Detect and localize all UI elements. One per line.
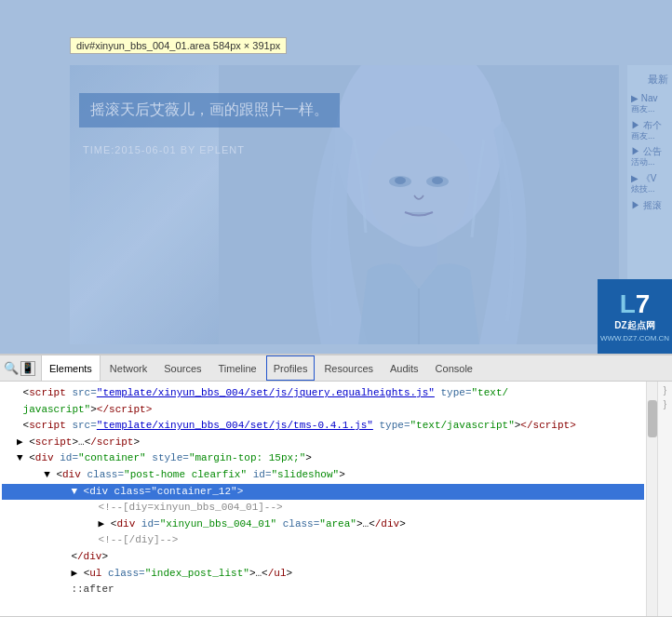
code-line-7-selected[interactable]: ▼ <div class="container_12"> [2, 484, 644, 501]
tab-console[interactable]: Console [428, 355, 480, 381]
tab-profiles[interactable]: Profiles [266, 355, 316, 381]
mobile-icon[interactable]: 📱 [20, 361, 35, 376]
tab-elements[interactable]: Elements [41, 355, 101, 381]
search-icon[interactable]: 🔍 [4, 361, 19, 376]
code-line-2: javascript"></script> [2, 402, 644, 419]
sidebar-item-1: ▶ Nav 画友... [631, 92, 668, 115]
code-line-5: ▼ <div id="container" style="margin-top:… [2, 450, 644, 467]
code-line-3: <script src="template/xinyun_bbs_004/set… [2, 418, 644, 435]
tooltip-selector: div#xinyun_bbs_004_01.area [76, 40, 210, 51]
code-line-10: <!--[/diy]--> [2, 532, 644, 549]
tab-timeline[interactable]: Timeline [211, 355, 264, 381]
dz7-brand: DZ起点网 [614, 319, 654, 332]
sidebar-item-2: ▶ 布个 画友... [631, 119, 668, 142]
code-line-6: ▼ <div class="post-home clearfix" id="sl… [2, 467, 644, 484]
right-bracket-panel: } } [657, 382, 672, 616]
preview-content: 摇滚天后艾薇儿，画的跟照片一样。 TIME:2015-06-01 BY EPLE… [70, 65, 619, 344]
dz7-url: WWW.DZ7.COM.CN [600, 334, 669, 342]
svg-point-3 [368, 126, 470, 247]
code-line-11: </div> [2, 549, 644, 566]
date-author: TIME:2015-06-01 BY EPLENT [83, 144, 245, 155]
tab-audits[interactable]: Audits [383, 355, 426, 381]
code-line-13: ::after [2, 582, 644, 598]
devtools-scrollbar[interactable] [646, 382, 657, 616]
svg-point-7 [432, 177, 443, 184]
devtools-toolbar: 🔍 📱 Elements Network Sources Timeline Pr… [0, 355, 672, 382]
dz7-badge[interactable]: L7 DZ起点网 WWW.DZ7.COM.CN [598, 279, 672, 354]
tooltip-dimensions: 584px × 391px [213, 40, 280, 51]
sidebar-title: 最新 [631, 73, 668, 87]
tab-resources[interactable]: Resources [316, 355, 381, 381]
sidebar-item-3: ▶ 公告 活动... [631, 145, 668, 168]
scrollbar-thumb[interactable] [648, 400, 657, 437]
code-line-12: ▶ <ul class="index_post_list">…</ul> [2, 566, 644, 583]
tab-sources[interactable]: Sources [156, 355, 208, 381]
svg-point-6 [395, 177, 406, 184]
devtools-panel: 🔍 📱 Elements Network Sources Timeline Pr… [0, 354, 672, 617]
devtools-code-panel[interactable]: <script src="template/xinyun_bbs_004/set… [0, 382, 646, 616]
devtools-content: <script src="template/xinyun_bbs_004/set… [0, 382, 672, 616]
dz7-logo: L7 [620, 291, 651, 317]
tab-network[interactable]: Network [102, 355, 155, 381]
element-tooltip: div#xinyun_bbs_004_01.area 584px × 391px [70, 37, 287, 54]
code-line-9: ▶ <div id="xinyun_bbs_004_01" class="are… [2, 516, 644, 533]
sidebar-item-4: ▶ 《V 炫技... [631, 172, 668, 195]
chinese-heading: 摇滚天后艾薇儿，画的跟照片一样。 [79, 93, 340, 127]
code-line-8: <!--[diy=xinyun_bbs_004_01]--> [2, 500, 644, 516]
code-line-1: <script src="template/xinyun_bbs_004/set… [2, 385, 644, 402]
sidebar-item-5: ▶ 摇滚 [631, 199, 668, 211]
webpage-preview: div#xinyun_bbs_004_01.area 584px × 391px [0, 0, 672, 354]
code-line-4: ▶ <script>…</script> [2, 435, 644, 451]
